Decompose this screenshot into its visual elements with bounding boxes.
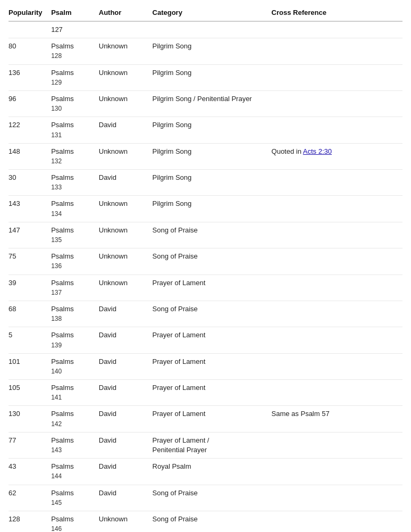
cell-category: Song of Praise — [153, 511, 272, 532]
table-row: 143 Psalms134 Unknown Pilgrim Song — [9, 196, 402, 222]
cell-psalm: Psalms133 — [51, 170, 99, 196]
cell-category: Prayer of Lament — [153, 353, 272, 379]
psalm-label: Psalms — [51, 121, 74, 129]
psalms-table: Popularity Psalm Author Category Cross R… — [9, 5, 402, 532]
cell-psalm: Psalms143 — [51, 432, 99, 458]
cell-psalm: Psalms145 — [51, 485, 99, 511]
psalm-label: Psalms — [51, 173, 74, 181]
cell-category: Song of Praise — [153, 485, 272, 511]
cell-crossref — [272, 90, 402, 117]
cell-category: Pilgrim Song — [153, 196, 272, 222]
header-popularity: Popularity — [9, 5, 51, 21]
cell-author: David — [99, 301, 153, 327]
cell-crossref — [272, 21, 402, 38]
psalm-number: 127 — [51, 26, 63, 34]
cell-crossref — [272, 248, 402, 275]
cell-psalm: Psalms130 — [51, 90, 99, 117]
cell-psalm: Psalms136 — [51, 248, 99, 275]
cell-author: Unknown — [99, 275, 153, 301]
psalm-label: Psalms — [51, 42, 74, 50]
table-row: 130 Psalms142 David Prayer of Lament Sam… — [9, 406, 402, 432]
psalm-number: 143 — [51, 446, 62, 454]
psalm-label: Psalms — [51, 462, 74, 470]
cell-author: David — [99, 459, 153, 485]
psalm-number: 142 — [51, 420, 62, 428]
cell-author — [99, 21, 153, 38]
table-row: 39 Psalms137 Unknown Prayer of Lament — [9, 275, 402, 301]
psalm-label: Psalms — [51, 147, 74, 155]
cell-crossref — [272, 64, 402, 90]
psalm-label: Psalms — [51, 331, 74, 339]
cell-category — [153, 21, 272, 38]
cell-popularity: 130 — [9, 406, 51, 432]
cell-author: David — [99, 432, 153, 458]
cell-author: David — [99, 353, 153, 379]
cell-author: David — [99, 117, 153, 143]
psalm-label: Psalms — [51, 436, 74, 444]
psalm-label: Psalms — [51, 305, 74, 313]
cell-crossref — [272, 432, 402, 458]
cell-crossref — [272, 459, 402, 485]
psalm-label: Psalms — [51, 515, 74, 523]
table-row: 5 Psalms139 David Prayer of Lament — [9, 327, 402, 353]
cell-crossref: Same as Psalm 57 — [272, 406, 402, 432]
table-row: 80 Psalms128 Unknown Pilgrim Song — [9, 38, 402, 64]
psalm-number: 131 — [51, 131, 62, 139]
cell-psalm: Psalms132 — [51, 143, 99, 169]
cell-category: Pilgrim Song / Penitential Prayer — [153, 90, 272, 117]
table-row: 96 Psalms130 Unknown Pilgrim Song / Peni… — [9, 90, 402, 117]
cell-psalm: Psalms129 — [51, 64, 99, 90]
cell-category: Royal Psalm — [153, 459, 272, 485]
cell-category: Song of Praise — [153, 301, 272, 327]
cell-crossref — [272, 353, 402, 379]
cross-ref-link[interactable]: Acts 2:30 — [303, 147, 332, 155]
header-category: Category — [153, 5, 272, 21]
cell-author: Unknown — [99, 143, 153, 169]
cell-psalm: 127 — [51, 21, 99, 38]
cell-psalm: Psalms128 — [51, 38, 99, 64]
cell-popularity: 128 — [9, 511, 51, 532]
table-row: 128 Psalms146 Unknown Song of Praise — [9, 511, 402, 532]
cell-psalm: Psalms144 — [51, 459, 99, 485]
cell-psalm: Psalms146 — [51, 511, 99, 532]
table-row: 148 Psalms132 Unknown Pilgrim Song Quote… — [9, 143, 402, 169]
psalm-number: 133 — [51, 184, 62, 191]
psalm-number: 146 — [51, 525, 62, 532]
cell-popularity: 75 — [9, 248, 51, 275]
table-header-row: Popularity Psalm Author Category Cross R… — [9, 5, 402, 21]
psalm-number: 139 — [51, 342, 62, 349]
cell-psalm: Psalms135 — [51, 222, 99, 248]
cell-author: David — [99, 170, 153, 196]
cell-popularity: 148 — [9, 143, 51, 169]
cell-category: Pilgrim Song — [153, 117, 272, 143]
cell-popularity: 39 — [9, 275, 51, 301]
psalm-label: Psalms — [51, 252, 74, 260]
cell-popularity: 5 — [9, 327, 51, 353]
cell-category: Prayer of Lament — [153, 406, 272, 432]
cell-author: David — [99, 406, 153, 432]
cell-category: Pilgrim Song — [153, 64, 272, 90]
table-row: 68 Psalms138 David Song of Praise — [9, 301, 402, 327]
psalm-label: Psalms — [51, 358, 74, 365]
psalm-label: Psalms — [51, 69, 74, 77]
psalm-number: 141 — [51, 394, 62, 401]
cell-crossref — [272, 196, 402, 222]
cell-author: Unknown — [99, 222, 153, 248]
cell-popularity: 77 — [9, 432, 51, 458]
cell-popularity: 143 — [9, 196, 51, 222]
psalm-label: Psalms — [51, 95, 74, 103]
psalm-number: 134 — [51, 210, 62, 218]
psalm-number: 132 — [51, 157, 62, 165]
psalm-label: Psalms — [51, 489, 74, 497]
cell-category: Song of Praise — [153, 222, 272, 248]
psalm-number: 135 — [51, 236, 62, 244]
psalm-number: 128 — [51, 52, 62, 60]
psalm-number: 130 — [51, 105, 62, 112]
psalm-number: 129 — [51, 79, 62, 86]
header-crossref: Cross Reference — [272, 5, 402, 21]
table-row: 105 Psalms141 David Prayer of Lament — [9, 380, 402, 406]
cell-popularity: 80 — [9, 38, 51, 64]
cell-psalm: Psalms142 — [51, 406, 99, 432]
cell-crossref — [272, 380, 402, 406]
psalm-number: 140 — [51, 368, 62, 375]
